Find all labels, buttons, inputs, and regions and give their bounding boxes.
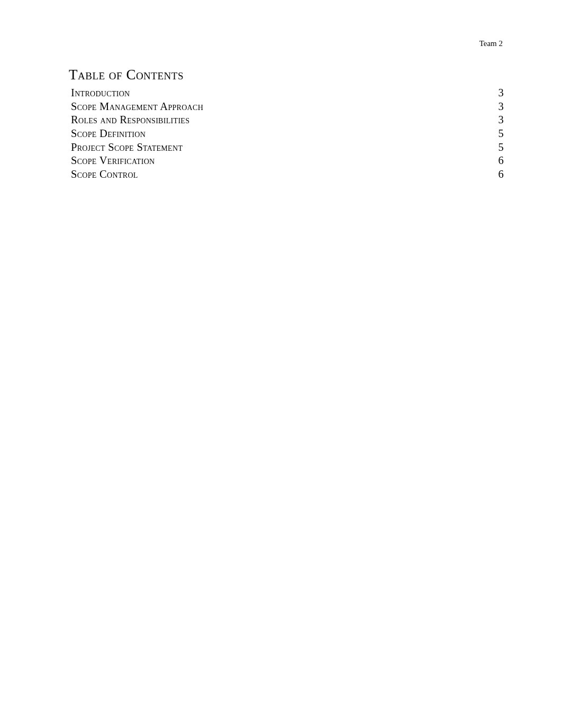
page-header-label: Team 2 — [479, 39, 503, 48]
toc-entry-page: 5 — [498, 127, 504, 141]
toc-entry-page: 6 — [498, 168, 504, 181]
toc-entry-page: 3 — [498, 113, 504, 127]
toc-entry: Introduction 3 — [69, 86, 504, 100]
toc-entry-page: 3 — [498, 100, 504, 114]
toc-entry-label: Scope Definition — [71, 127, 146, 141]
toc-entry: Scope Definition 5 — [69, 127, 504, 141]
toc-entry-label: Scope Management Approach — [71, 100, 203, 114]
toc-entry: Scope Management Approach 3 — [69, 100, 504, 114]
toc-list: Introduction 3 Scope Management Approach… — [69, 86, 504, 181]
toc-entry: Scope Control 6 — [69, 168, 504, 181]
toc-entry-label: Roles and Responsibilities — [71, 113, 189, 127]
toc-entry: Scope Verification 6 — [69, 154, 504, 168]
toc-entry-label: Introduction — [71, 86, 130, 100]
toc-entry-label: Project Scope Statement — [71, 141, 183, 154]
toc-entry-page: 6 — [498, 154, 504, 168]
toc-entry-page: 5 — [498, 141, 504, 154]
toc-entry-label: Scope Control — [71, 168, 138, 181]
toc-entry-page: 3 — [498, 86, 504, 100]
toc-entry: Roles and Responsibilities 3 — [69, 113, 504, 127]
toc-title: Table of Contents — [69, 67, 504, 83]
toc-entry-label: Scope Verification — [71, 154, 155, 168]
toc-entry: Project Scope Statement 5 — [69, 141, 504, 154]
page-body: Table of Contents Introduction 3 Scope M… — [0, 0, 562, 213]
